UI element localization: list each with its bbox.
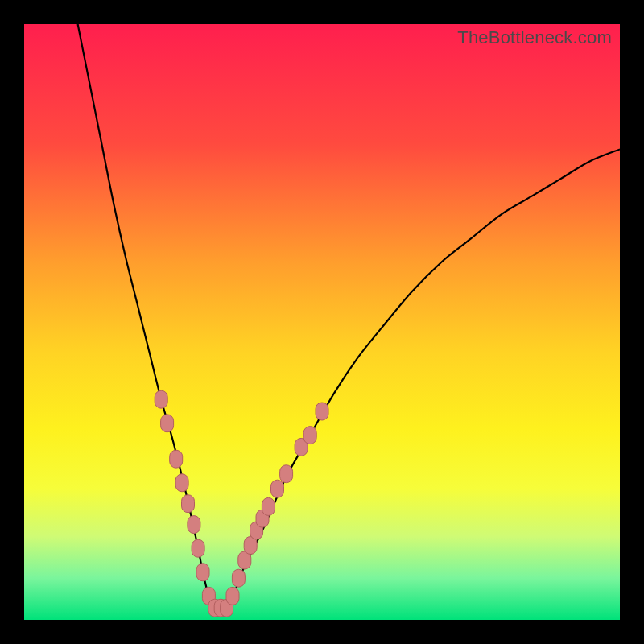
data-marker	[226, 587, 239, 605]
data-marker	[192, 539, 204, 557]
data-marker	[161, 415, 174, 432]
data-marker	[155, 390, 167, 408]
data-marker	[303, 427, 316, 444]
data-marker	[232, 569, 245, 587]
data-marker	[170, 450, 183, 468]
data-marker	[271, 480, 284, 497]
data-marker	[175, 474, 188, 492]
bottleneck-curve	[78, 24, 620, 609]
plot-area: TheBottleneck.com	[24, 24, 620, 620]
data-marker	[182, 495, 195, 513]
data-marker	[188, 516, 200, 534]
chart-overlay	[24, 24, 620, 620]
data-marker	[262, 497, 275, 515]
data-marker	[316, 402, 328, 420]
chart-frame: TheBottleneck.com	[0, 0, 644, 644]
marker-group	[155, 390, 328, 617]
data-marker	[196, 564, 209, 581]
data-marker	[280, 465, 293, 483]
